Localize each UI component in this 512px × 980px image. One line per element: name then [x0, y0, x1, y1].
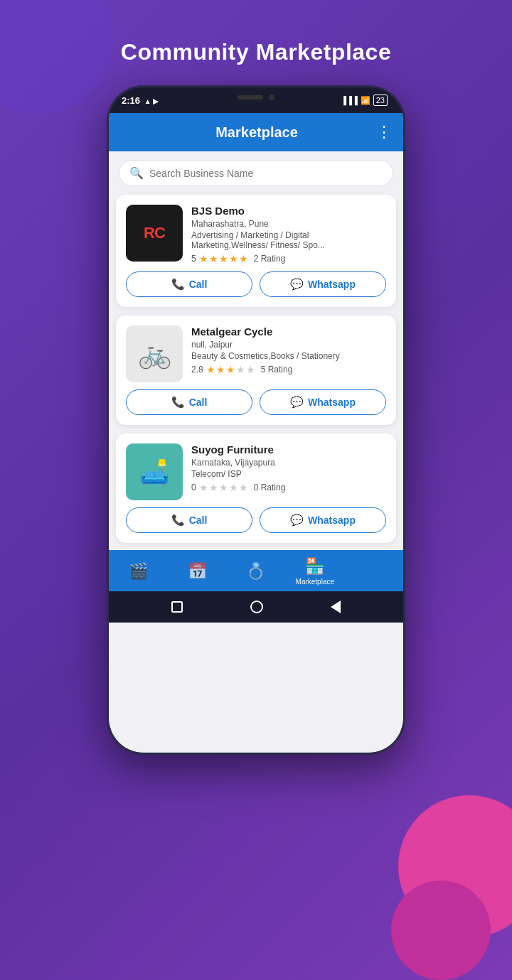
listing-actions: 📞 Call 💬 Whatsapp: [126, 507, 386, 533]
listing-image: 🛋️: [126, 443, 183, 500]
app-header-title: Marketplace: [137, 124, 376, 141]
rating-count: 5 Rating: [261, 365, 293, 375]
whatsapp-button[interactable]: 💬 Whatsapp: [260, 389, 386, 415]
calendar-icon: 📅: [188, 562, 207, 581]
marketplace-label: Marketplace: [296, 578, 334, 586]
listing-image: 🚲: [126, 325, 183, 382]
listing-info: Metalgear Cycle null, Jaipur Beauty & Co…: [191, 325, 386, 382]
profile-icon: 👤: [364, 562, 383, 581]
listing-info: Suyog Furniture Karnataka, Vijayapura Te…: [191, 443, 386, 500]
listing-top: RC BJS Demo Maharashatra, Pune Advertisi…: [126, 205, 386, 264]
call-button[interactable]: 📞 Call: [126, 507, 252, 533]
listing-top: 🚲 Metalgear Cycle null, Jaipur Beauty & …: [126, 325, 386, 382]
bg-decoration-topleft: [0, 0, 114, 114]
listing-card: 🛋️ Suyog Furniture Karnataka, Vijayapura…: [116, 434, 396, 543]
whatsapp-icon: 💬: [290, 396, 304, 409]
more-menu-button[interactable]: ⋮: [376, 123, 392, 141]
status-bar: 2:16 ▲ ▶ ▐▐▐ 📶 23: [109, 87, 403, 113]
listing-actions: 📞 Call 💬 Whatsapp: [126, 271, 386, 297]
listing-category: Advertising / Marketing / Digital Market…: [191, 230, 386, 250]
listing-top: 🛋️ Suyog Furniture Karnataka, Vijayapura…: [126, 443, 386, 500]
android-home-button[interactable]: [250, 601, 263, 613]
page-title: Community Marketplace: [121, 39, 391, 65]
phone-frame: 2:16 ▲ ▶ ▐▐▐ 📶 23 Marketplace ⋮ 🔍: [107, 85, 405, 755]
whatsapp-icon: 💬: [290, 278, 304, 291]
search-bar[interactable]: 🔍: [119, 160, 393, 186]
whatsapp-button[interactable]: 💬 Whatsapp: [260, 507, 386, 533]
listing-name: Metalgear Cycle: [191, 325, 386, 338]
marketplace-icon: 🏪: [305, 557, 324, 576]
rating-value: 2.8: [191, 365, 203, 375]
speaker: [238, 95, 263, 99]
rating-count: 0 Rating: [254, 483, 286, 492]
app-header: Marketplace ⋮: [109, 113, 403, 151]
listing-location: null, Jaipur: [191, 340, 386, 350]
listing-name: BJS Demo: [191, 205, 386, 217]
notch: [220, 87, 292, 107]
listing-info: BJS Demo Maharashatra, Pune Advertising …: [191, 205, 386, 264]
signal-icon: ▐▐▐: [341, 96, 357, 104]
call-button[interactable]: 📞 Call: [126, 389, 252, 415]
android-back-button[interactable]: [331, 601, 341, 613]
nav-item-ring[interactable]: 💍: [227, 562, 286, 581]
nav-item-media[interactable]: 🎬: [109, 562, 168, 581]
listing-name: Suyog Furniture: [191, 443, 386, 456]
call-button[interactable]: 📞 Call: [126, 271, 252, 297]
stars: ★ ★ ★ ★ ★: [199, 482, 248, 493]
stars: ★ ★ ★ ★ ★: [206, 364, 255, 375]
status-time: 2:16 ▲ ▶: [122, 95, 159, 106]
listing-location: Maharashatra, Pune: [191, 219, 386, 229]
whatsapp-icon: 💬: [290, 514, 304, 527]
ring-icon: 💍: [246, 562, 265, 581]
search-input[interactable]: [149, 168, 383, 179]
listing-card: RC BJS Demo Maharashatra, Pune Advertisi…: [116, 195, 396, 307]
rating-value: 5: [191, 254, 196, 264]
bg-decoration-bottomright2: [391, 881, 491, 980]
listing-rating: 5 ★ ★ ★ ★ ★ 2 Rating: [191, 253, 386, 264]
phone-icon: 📞: [171, 396, 185, 409]
media-icon: 🎬: [129, 562, 148, 581]
rating-value: 0: [191, 483, 196, 492]
listing-actions: 📞 Call 💬 Whatsapp: [126, 389, 386, 415]
battery-icon: 23: [373, 95, 388, 106]
nav-item-marketplace[interactable]: 🏪 Marketplace: [285, 557, 344, 586]
listing-rating: 0 ★ ★ ★ ★ ★ 0 Rating: [191, 482, 386, 493]
bottom-nav: 🎬 📅 💍 🏪 Marketplace 👤: [109, 550, 403, 591]
wifi-icon: 📶: [361, 96, 370, 105]
rating-count: 2 Rating: [254, 254, 286, 264]
phone-icon: 📞: [171, 278, 185, 291]
whatsapp-button[interactable]: 💬 Whatsapp: [260, 271, 386, 297]
listing-location: Karnataka, Vijayapura: [191, 458, 386, 468]
android-recents-button[interactable]: [171, 601, 183, 613]
status-icons: ▐▐▐ 📶 23: [341, 95, 388, 106]
android-nav-bar: [109, 591, 403, 623]
listing-card: 🚲 Metalgear Cycle null, Jaipur Beauty & …: [116, 316, 396, 425]
camera: [269, 95, 274, 100]
nav-item-profile[interactable]: 👤: [344, 562, 403, 581]
phone-screen: Marketplace ⋮ 🔍 RC BJS Demo Maharashatra…: [109, 113, 403, 753]
nav-item-calendar[interactable]: 📅: [168, 562, 227, 581]
phone-icon: 📞: [171, 514, 185, 527]
listing-category: Telecom/ ISP: [191, 469, 386, 479]
stars: ★ ★ ★ ★ ★: [199, 253, 248, 264]
search-icon: 🔍: [129, 166, 144, 180]
listing-category: Beauty & Cosmetics,Books / Stationery: [191, 351, 386, 361]
listing-rating: 2.8 ★ ★ ★ ★ ★ 5 Rating: [191, 364, 386, 375]
listing-image: RC: [126, 205, 183, 262]
listings-container: RC BJS Demo Maharashatra, Pune Advertisi…: [109, 195, 403, 550]
